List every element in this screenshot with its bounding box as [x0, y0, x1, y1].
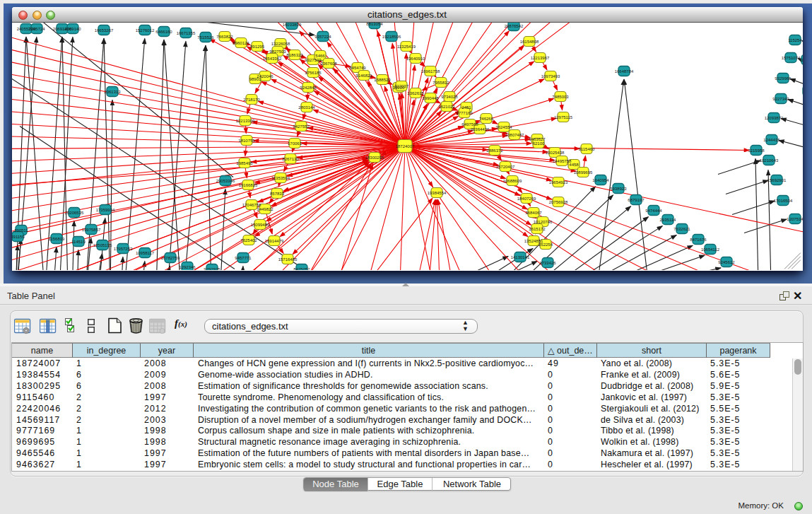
svg-text:6497568: 6497568 [461, 122, 478, 126]
svg-text:8186323: 8186323 [286, 52, 303, 57]
svg-text:19384554: 19384554 [427, 190, 446, 194]
svg-text:9245612: 9245612 [718, 259, 735, 264]
svg-text:14130141: 14130141 [510, 255, 529, 259]
svg-text:5466: 5466 [315, 53, 325, 57]
svg-text:15692901: 15692901 [767, 177, 786, 182]
svg-text:4458: 4458 [569, 162, 579, 166]
svg-text:2718170: 2718170 [243, 97, 260, 101]
svg-text:12213309: 12213309 [235, 118, 254, 122]
svg-text:12093872: 12093872 [764, 115, 783, 119]
svg-text:2061313: 2061313 [104, 89, 121, 93]
svg-text:6466160: 6466160 [155, 29, 172, 33]
svg-text:8425052: 8425052 [293, 267, 310, 270]
svg-text:857833: 857833 [269, 191, 284, 195]
svg-text:29053346: 29053346 [216, 178, 235, 182]
svg-text:19654923: 19654923 [548, 180, 567, 184]
svg-text:18724007: 18724007 [395, 144, 414, 148]
svg-text:10654112: 10654112 [700, 247, 719, 251]
svg-text:20206535: 20206535 [64, 210, 83, 214]
svg-text:7625402: 7625402 [240, 238, 257, 242]
svg-text:16543362: 16543362 [262, 56, 281, 60]
svg-text:19166825: 19166825 [238, 182, 257, 187]
svg-text:16671355: 16671355 [176, 30, 195, 35]
svg-text:15276012: 15276012 [135, 28, 154, 32]
svg-text:13226058: 13226058 [271, 41, 290, 45]
svg-text:3215958: 3215958 [748, 148, 765, 152]
svg-text:8454749: 8454749 [349, 65, 366, 69]
svg-text:2005724: 2005724 [28, 26, 45, 30]
svg-text:18300295: 18300295 [365, 155, 384, 159]
svg-text:746266: 746266 [478, 116, 493, 120]
svg-text:16914479: 16914479 [264, 238, 283, 243]
svg-text:1990448: 1990448 [422, 95, 439, 100]
svg-text:19218506: 19218506 [382, 34, 401, 38]
svg-text:20756928: 20756928 [548, 199, 567, 204]
svg-text:15716485: 15716485 [278, 257, 297, 261]
svg-text:18407269: 18407269 [517, 196, 536, 200]
svg-text:9146821: 9146821 [355, 73, 372, 77]
svg-text:1640954: 1640954 [592, 177, 609, 182]
svg-text:8471676: 8471676 [690, 237, 707, 241]
svg-text:1244415: 1244415 [763, 137, 780, 141]
svg-text:1449822: 1449822 [257, 206, 273, 211]
svg-text:12505135: 12505135 [93, 243, 112, 247]
svg-text:15720407: 15720407 [495, 164, 514, 168]
svg-text:1588520: 1588520 [374, 77, 391, 81]
svg-text:16033809: 16033809 [282, 23, 301, 27]
svg-text:7632621: 7632621 [673, 226, 690, 230]
svg-text:2069140: 2069140 [64, 26, 81, 30]
svg-text:10807487: 10807487 [505, 132, 524, 136]
svg-text:13640910: 13640910 [406, 56, 425, 60]
svg-text:16648784: 16648784 [614, 69, 633, 73]
svg-text:10973493: 10973493 [541, 74, 560, 78]
svg-text:9242848: 9242848 [300, 85, 317, 89]
svg-text:7515526: 7515526 [197, 35, 214, 39]
svg-text:9827503: 9827503 [269, 49, 286, 53]
svg-text:10025438: 10025438 [545, 150, 564, 154]
svg-text:1362615: 1362615 [407, 90, 424, 95]
svg-text:2803144: 2803144 [298, 105, 315, 109]
svg-text:1292346: 1292346 [179, 264, 196, 269]
svg-text:17957253: 17957253 [113, 246, 132, 250]
svg-text:7955812: 7955812 [433, 80, 449, 84]
svg-text:9115460: 9115460 [578, 146, 595, 151]
svg-text:391159: 391159 [12, 234, 25, 238]
svg-text:15751074: 15751074 [781, 55, 800, 59]
svg-text:7663822: 7663822 [216, 34, 233, 38]
svg-text:1810755: 1810755 [238, 138, 255, 142]
svg-text:2367608: 2367608 [320, 61, 337, 65]
svg-text:10688609: 10688609 [502, 178, 522, 182]
svg-text:5938923: 5938923 [610, 186, 627, 190]
svg-text:9427552: 9427552 [293, 124, 310, 128]
svg-text:16961758: 16961758 [420, 69, 440, 73]
svg-text:9474444: 9474444 [645, 208, 662, 212]
svg-text:62100: 62100 [532, 141, 544, 145]
svg-text:1207534: 1207534 [787, 216, 803, 221]
svg-text:9457771: 9457771 [235, 255, 252, 259]
svg-text:17359934: 17359934 [95, 207, 114, 211]
svg-text:10120746: 10120746 [533, 219, 552, 223]
svg-text:3684067: 3684067 [525, 210, 542, 214]
svg-text:170061: 170061 [287, 141, 302, 145]
svg-text:11353594: 11353594 [271, 175, 290, 180]
svg-text:2451: 2451 [461, 105, 471, 109]
svg-text:1156819: 1156819 [48, 236, 65, 240]
svg-text:19975857: 19975857 [81, 227, 100, 231]
svg-text:9292925: 9292925 [204, 267, 220, 270]
svg-text:1985495: 1985495 [236, 160, 253, 165]
svg-text:1615172: 1615172 [529, 226, 546, 230]
svg-text:114519: 114519 [71, 239, 86, 243]
svg-text:7485003: 7485003 [552, 94, 569, 98]
svg-text:9357224: 9357224 [314, 34, 331, 38]
svg-text:15099489: 15099489 [250, 222, 269, 226]
svg-text:8267130: 8267130 [282, 156, 299, 160]
svg-text:9329966: 9329966 [775, 76, 792, 80]
svg-text:16782759: 16782759 [160, 255, 180, 259]
svg-text:390511: 390511 [14, 228, 28, 232]
svg-text:3756185: 3756185 [305, 70, 322, 74]
svg-text:8813054: 8813054 [366, 23, 383, 26]
svg-text:2886372: 2886372 [486, 148, 503, 152]
svg-text:16653267: 16653267 [94, 28, 113, 32]
svg-text:9777169: 9777169 [456, 110, 473, 115]
svg-text:10210643: 10210643 [759, 158, 778, 162]
